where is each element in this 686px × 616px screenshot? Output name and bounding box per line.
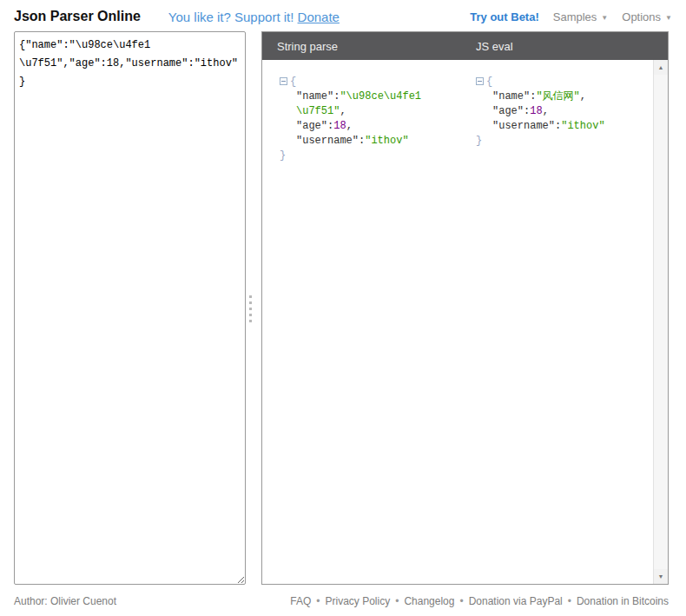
- json-punc: ,: [543, 105, 549, 117]
- panel-resize-handle[interactable]: [249, 295, 252, 323]
- json-brace: {: [290, 76, 296, 88]
- tree-line: "age":18,: [476, 104, 647, 119]
- scrollbar[interactable]: ▲ ▼: [653, 60, 668, 584]
- json-punc: ,: [340, 105, 346, 117]
- author-text: Author: Olivier Cuenot: [14, 595, 116, 607]
- json-str: "ithov": [561, 120, 604, 132]
- json-brace: {: [486, 76, 492, 88]
- json-brace: }: [280, 149, 286, 162]
- samples-label: Samples: [553, 10, 597, 23]
- bullet-separator: •: [316, 595, 320, 607]
- json-key: "username": [492, 120, 555, 132]
- bullet-separator: •: [459, 595, 463, 607]
- json-punc: ,: [346, 120, 353, 132]
- json-str: "\u98ce\u4fe1: [340, 90, 421, 103]
- support-label: You like it? Support it!: [168, 10, 294, 24]
- json-key: "age": [492, 105, 524, 117]
- tree-line: }: [476, 134, 647, 149]
- collapse-toggle-icon[interactable]: [280, 77, 287, 85]
- tree-line: }: [280, 149, 453, 163]
- donate-link[interactable]: Donate: [298, 10, 340, 24]
- page-title: Json Parser Online: [14, 9, 141, 24]
- tree-line: {: [476, 75, 647, 89]
- chevron-down-icon: ▼: [601, 14, 608, 22]
- bullet-separator: •: [395, 595, 399, 607]
- tree-line: "name":"\u98ce\u4fe1: [280, 89, 453, 104]
- json-key: "name": [492, 90, 530, 103]
- footer-link-bitcoins[interactable]: Donation in Bitcoins: [577, 595, 669, 607]
- scroll-up-button[interactable]: ▲: [654, 60, 668, 75]
- options-dropdown[interactable]: Options▼: [622, 10, 672, 23]
- results-header: String parse JS eval: [262, 32, 668, 60]
- results-panel: String parse JS eval {"name":"\u98ce\u4f…: [261, 31, 669, 585]
- try-beta-link[interactable]: Try out Beta!: [470, 10, 538, 23]
- tree-line: "username":"ithov": [476, 119, 647, 134]
- chevron-down-icon: ▼: [665, 14, 672, 22]
- json-key: "age": [296, 120, 327, 132]
- samples-dropdown[interactable]: Samples▼: [553, 10, 609, 23]
- footer-links: FAQ•Privacy Policy•Changelog•Donation vi…: [290, 595, 669, 607]
- top-bar: Json Parser Online You like it? Support …: [14, 5, 672, 28]
- string-parse-header: String parse: [262, 40, 460, 53]
- js-eval-tree: {"name":"风信网","age":18,"username":"ithov…: [458, 60, 668, 584]
- json-key: "username": [296, 135, 359, 147]
- json-punc: ,: [580, 90, 586, 103]
- results-body: {"name":"\u98ce\u4fe1\u7f51","age":18,"u…: [262, 60, 668, 584]
- tree-line: {: [280, 75, 453, 89]
- json-num: 18: [530, 105, 542, 117]
- support-text: You like it? Support it! Donate: [168, 10, 340, 24]
- json-str: "风信网": [536, 90, 579, 103]
- collapse-toggle-icon[interactable]: [476, 77, 484, 85]
- tree-line: "username":"ithov": [280, 134, 453, 149]
- scroll-down-button[interactable]: ▼: [654, 569, 668, 584]
- tree-line: "name":"风信网",: [476, 89, 647, 104]
- tree-line: "age":18,: [280, 119, 453, 134]
- json-input[interactable]: {"name":"\u98ce\u4fe1 \u7f51","age":18,"…: [14, 31, 246, 585]
- json-brace: }: [476, 135, 482, 147]
- json-key: "name": [296, 90, 333, 103]
- scrollbar-track[interactable]: [654, 75, 668, 569]
- footer-link-faq[interactable]: FAQ: [290, 595, 311, 607]
- footer-link-privacy[interactable]: Privacy Policy: [326, 595, 391, 607]
- footer-link-changelog[interactable]: Changelog: [404, 595, 454, 607]
- tree-line: \u7f51",: [280, 104, 453, 119]
- header-menu: Try out Beta! Samples▼ Options▼: [470, 10, 672, 23]
- bullet-separator: •: [568, 595, 571, 607]
- string-parse-tree: {"name":"\u98ce\u4fe1\u7f51","age":18,"u…: [262, 60, 458, 584]
- json-str: "ithov": [365, 135, 408, 147]
- json-num: 18: [333, 120, 346, 132]
- js-eval-header: JS eval: [460, 40, 513, 53]
- options-label: Options: [622, 10, 661, 23]
- json-str: \u7f51": [296, 105, 340, 117]
- footer-link-paypal[interactable]: Donation via PayPal: [469, 595, 563, 607]
